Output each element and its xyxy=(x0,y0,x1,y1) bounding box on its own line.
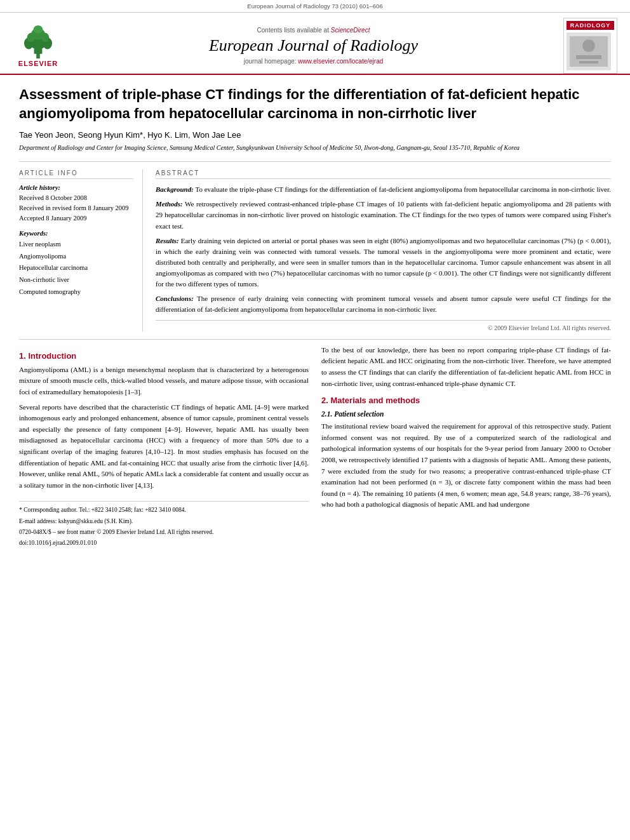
article-info-label: ARTICLE INFO xyxy=(19,170,133,179)
abstract-section: Background: To evaluate the triple-phase… xyxy=(156,184,611,315)
abstract-column: ABSTRACT Background: To evaluate the tri… xyxy=(156,170,611,331)
results-text: Early draining vein depicted on arterial… xyxy=(156,237,611,288)
affiliation: Department of Radiology and Center for I… xyxy=(19,143,611,152)
homepage-url[interactable]: www.elsevier.com/locate/ejrad xyxy=(298,58,383,65)
two-column-section: ARTICLE INFO Article history: Received 8… xyxy=(19,161,611,331)
article-title: Assessment of triple-phase CT findings f… xyxy=(19,85,611,123)
keyword-4: Non-cirrhotic liver xyxy=(19,274,133,286)
elsevier-logo: ELSEVIER xyxy=(13,25,64,67)
revised-date: Received in revised form 8 January 2009 xyxy=(19,203,133,213)
received-date: Received 8 October 2008 xyxy=(19,193,133,203)
abstract-conclusions: Conclusions: The presence of early drain… xyxy=(156,293,611,315)
keywords-label: Keywords: xyxy=(19,230,133,237)
svg-point-6 xyxy=(27,32,36,42)
section2-1-heading: 2.1. Patient selection xyxy=(321,410,611,418)
abstract-background: Background: To evaluate the triple-phase… xyxy=(156,184,611,195)
abstract-label: ABSTRACT xyxy=(156,170,611,179)
article-history-block: Article history: Received 8 October 2008… xyxy=(19,184,133,223)
abstract-results: Results: Early draining vein depicted on… xyxy=(156,236,611,290)
methods-text: We retrospectively reviewed contrast-enh… xyxy=(156,200,611,229)
keyword-5: Computed tomography xyxy=(19,286,133,298)
section1-heading: 1. Introduction xyxy=(19,351,309,361)
body-left-column: 1. Introduction Angiomyolipoma (AML) is … xyxy=(19,345,309,550)
body-right-intro-p1: To the best of our knowledge, there has … xyxy=(321,345,611,389)
page: European Journal of Radiology 73 (2010) … xyxy=(0,0,630,840)
svg-rect-12 xyxy=(576,55,601,59)
section1-title: Introduction xyxy=(28,351,76,361)
footnotes: * Corresponding author. Tel.: +822 3410 … xyxy=(19,501,309,547)
footnote-corresponding: * Corresponding author. Tel.: +822 3410 … xyxy=(19,505,309,514)
radiology-badge-title: RADIOLOGY xyxy=(566,21,614,30)
journal-center: Contents lists available at ScienceDirec… xyxy=(64,23,563,68)
radiology-badge-image xyxy=(566,32,611,70)
methods-label: Methods: xyxy=(156,200,183,208)
copyright-line: © 2009 Elsevier Ireland Ltd. All rights … xyxy=(156,320,611,331)
background-label: Background: xyxy=(156,185,194,193)
authors: Tae Yeon Jeon, Seong Hyun Kim*, Hyo K. L… xyxy=(19,130,611,140)
keywords-list: Liver neoplasm Angiomyolipoma Hepatocell… xyxy=(19,239,133,298)
section1-num: 1. xyxy=(19,351,26,361)
elsevier-label: ELSEVIER xyxy=(18,60,58,67)
accepted-date: Accepted 8 January 2009 xyxy=(19,213,133,223)
keyword-1: Liver neoplasm xyxy=(19,239,133,251)
journal-ref-line: European Journal of Radiology 73 (2010) … xyxy=(0,0,630,13)
article-content: Assessment of triple-phase CT findings f… xyxy=(0,75,630,559)
svg-point-8 xyxy=(34,25,43,33)
footnote-license: 0720-048X/$ – see front matter © 2009 El… xyxy=(19,528,309,537)
keywords-block: Keywords: Liver neoplasm Angiomyolipoma … xyxy=(19,230,133,298)
doi-line: doi:10.1016/j.ejrad.2009.01.010 xyxy=(19,538,309,547)
svg-point-7 xyxy=(41,32,50,42)
svg-rect-13 xyxy=(579,61,598,63)
section2-title: Materials and methods xyxy=(330,396,420,405)
section2-1-num: 2.1. xyxy=(321,410,332,418)
keyword-3: Hepatocellular carcinoma xyxy=(19,262,133,274)
body-intro-p2: Several reports have described that the … xyxy=(19,402,309,491)
svg-point-11 xyxy=(582,39,595,52)
section2-1-text: The institutional review board waived th… xyxy=(321,421,611,510)
section2-1-title: Patient selection xyxy=(334,410,384,418)
section2-num: 2. xyxy=(321,396,328,405)
journal-title: European Journal of Radiology xyxy=(64,36,563,55)
journal-header: ELSEVIER Contents lists available at Sci… xyxy=(0,13,630,75)
email-address: kshyun@skku.edu (S.H. Kim). xyxy=(58,518,133,524)
results-label: Results: xyxy=(156,237,179,244)
keyword-2: Angiomyolipoma xyxy=(19,251,133,263)
history-label: Article history: xyxy=(19,184,133,191)
conclusions-label: Conclusions: xyxy=(156,295,194,302)
sciencedirect-link[interactable]: ScienceDirect xyxy=(331,27,370,34)
contents-line: Contents lists available at ScienceDirec… xyxy=(64,27,563,34)
journal-homepage: journal homepage: www.elsevier.com/locat… xyxy=(64,58,563,65)
article-body: 1. Introduction Angiomyolipoma (AML) is … xyxy=(19,339,611,550)
elsevier-tree-icon xyxy=(19,25,57,60)
conclusions-text: The presence of early draining vein conn… xyxy=(156,295,611,313)
abstract-methods: Methods: We retrospectively reviewed con… xyxy=(156,199,611,231)
body-intro-p1: Angiomyolipoma (AML) is a benign mesench… xyxy=(19,364,309,398)
footnote-email: E-mail address: kshyun@skku.edu (S.H. Ki… xyxy=(19,517,309,526)
email-label: E-mail address: xyxy=(19,518,57,524)
journal-ref-text: European Journal of Radiology 73 (2010) … xyxy=(247,3,382,10)
section2-heading: 2. Materials and methods xyxy=(321,396,611,405)
article-info-column: ARTICLE INFO Article history: Received 8… xyxy=(19,170,143,331)
radiology-badge: RADIOLOGY xyxy=(563,18,617,74)
body-right-column: To the best of our knowledge, there has … xyxy=(321,345,611,550)
background-text: To evaluate the triple-phase CT findings… xyxy=(195,185,610,193)
